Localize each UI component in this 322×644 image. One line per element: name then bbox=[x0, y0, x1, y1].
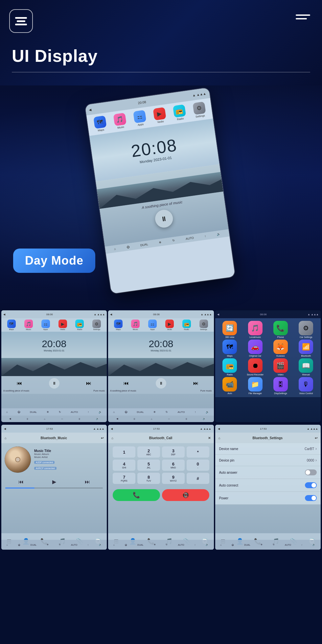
bt3-bb-snow[interactable]: ❄ bbox=[261, 543, 263, 546]
bt2-bb-snow[interactable]: ❄ bbox=[154, 543, 156, 546]
pb-loop[interactable]: ↻ bbox=[172, 239, 175, 242]
bt1-bb-up[interactable]: ↑ bbox=[87, 544, 89, 546]
bt2-bb-vol[interactable]: 🔊 bbox=[206, 543, 209, 546]
bt2-hangup-btn[interactable]: 📵 bbox=[162, 489, 209, 501]
sc3-back[interactable]: ◀ bbox=[217, 313, 219, 316]
bt3-bb-power[interactable]: ⏻ bbox=[232, 544, 234, 546]
key-star[interactable]: * bbox=[187, 446, 209, 458]
key-7[interactable]: 7PQRS bbox=[113, 473, 135, 484]
hamburger-menu[interactable] bbox=[296, 14, 310, 19]
nav-app-maps[interactable]: 🗺 Maps bbox=[93, 115, 107, 132]
sc3-maps[interactable]: 🗺 Maps bbox=[218, 340, 242, 357]
sc1-app-vedio[interactable]: ▶ Vedio bbox=[55, 320, 71, 330]
bt1-bb-home[interactable]: ⌂ bbox=[6, 544, 8, 546]
key-9[interactable]: 9WXYZ bbox=[162, 473, 185, 484]
sc1-up-tab[interactable]: ↑ bbox=[88, 411, 89, 414]
sc3-file-manager[interactable]: 📁 File Manager bbox=[243, 377, 267, 394]
sc3-original-car[interactable]: 🚗 Original Car bbox=[243, 340, 267, 357]
key-4[interactable]: 4GHI bbox=[113, 460, 135, 471]
bt3-bb-up[interactable]: ↑ bbox=[301, 544, 303, 546]
bt1-back[interactable]: ◀ bbox=[4, 427, 6, 430]
sc1-vol-tab[interactable]: 🔊 bbox=[99, 411, 102, 414]
bt1-bb-loop[interactable]: ↻ bbox=[59, 543, 61, 546]
sc1-snow-tab[interactable]: ❄ bbox=[47, 411, 49, 414]
sc1-app-apps[interactable]: ⚏ Apps bbox=[37, 320, 54, 330]
sc2-back[interactable]: ◀ bbox=[110, 313, 112, 316]
sc3-car-settings[interactable]: ⚙ Car Settings bbox=[294, 321, 318, 338]
bt3-back[interactable]: ◀ bbox=[218, 427, 220, 430]
bt2-close-btn[interactable]: ✕ bbox=[208, 436, 211, 440]
sc3-360view[interactable]: 🔄 360 view bbox=[218, 321, 242, 338]
bt2-answer-btn[interactable]: 📞 bbox=[113, 489, 160, 501]
sc2-prev[interactable]: ⏮ bbox=[124, 380, 129, 386]
sc3-bluetooth[interactable]: 📶 Bluetooth bbox=[294, 340, 318, 357]
sc1-play-btn[interactable]: ⏸ bbox=[49, 378, 59, 389]
sc2-home-tab[interactable]: ⌂ bbox=[113, 411, 115, 414]
sc1-app-music[interactable]: 🎵 Music bbox=[20, 320, 37, 330]
sc2-loop-tab[interactable]: ↻ bbox=[166, 411, 168, 414]
bt3-bb-loop[interactable]: ↻ bbox=[273, 543, 275, 546]
sc1-back[interactable]: ◀ bbox=[3, 313, 5, 316]
hero-play-button[interactable]: ⏸ bbox=[154, 209, 174, 229]
sc2-next[interactable]: ⏭ bbox=[193, 380, 198, 386]
bt1-bb-snow[interactable]: ❄ bbox=[47, 543, 49, 546]
sc1-app-maps[interactable]: 🗺 Maps bbox=[3, 320, 20, 330]
bt1-bb-power[interactable]: ⏻ bbox=[18, 544, 20, 546]
sc2-app-apps[interactable]: ⚏ Apps bbox=[144, 320, 161, 330]
nav-app-radio[interactable]: 📻 Radio bbox=[172, 104, 186, 121]
sc3-disp-settings[interactable]: 🎛 DispSettings bbox=[268, 377, 292, 394]
bt2-bb-home[interactable]: ⌂ bbox=[113, 544, 115, 546]
sc3-video[interactable]: 🎬 Video bbox=[268, 358, 292, 376]
pb-snow[interactable]: ❄ bbox=[159, 241, 162, 244]
key-8[interactable]: 8TUV bbox=[137, 473, 160, 484]
sc1-power-tab[interactable]: ⏻ bbox=[17, 411, 20, 414]
bt3-bb-home[interactable]: ⌂ bbox=[220, 544, 221, 546]
sc1-next[interactable]: ⏭ bbox=[86, 380, 91, 386]
sc3-kuwooo[interactable]: 🦊 Kuwooo bbox=[268, 340, 292, 357]
pb-up[interactable]: ↑ bbox=[204, 234, 206, 238]
sc3-localmusic[interactable]: 🎵 Localmusic bbox=[243, 321, 267, 338]
bt1-home-btn[interactable]: ⌂ bbox=[5, 436, 7, 440]
sc2-power-tab[interactable]: ⏻ bbox=[125, 411, 127, 414]
sc1-app-radio[interactable]: 📻 Radio bbox=[72, 320, 88, 330]
nav-app-vedio[interactable]: ▶ Vedio bbox=[153, 107, 167, 124]
bt3-auto-answer-toggle[interactable] bbox=[305, 469, 317, 475]
bt3-home-btn[interactable]: ⌂ bbox=[218, 436, 220, 440]
key-2[interactable]: 2ABC bbox=[137, 446, 160, 458]
pb-vol[interactable]: 🔊 bbox=[217, 232, 220, 236]
bt3-auto-connect-toggle[interactable] bbox=[305, 482, 317, 488]
bt1-close-btn[interactable]: ↩ bbox=[101, 436, 104, 440]
key-hash[interactable]: # bbox=[187, 473, 209, 484]
nav-app-music[interactable]: 🎵 Music bbox=[113, 113, 127, 130]
bt3-power-toggle[interactable] bbox=[305, 495, 317, 501]
bt1-next-btn[interactable]: ⏭ bbox=[85, 479, 90, 485]
sc1-loop-tab[interactable]: ↻ bbox=[59, 411, 61, 414]
sc2-play-btn[interactable]: ⏸ bbox=[156, 378, 166, 389]
sc2-app-maps[interactable]: 🗺 Maps bbox=[110, 320, 126, 330]
nav-app-apps[interactable]: ⚏ Apps bbox=[133, 110, 147, 127]
bt2-bb-up[interactable]: ↑ bbox=[195, 544, 196, 546]
sc3-manual[interactable]: 📖 Manual bbox=[294, 358, 318, 376]
sc2-app-music[interactable]: 🎵 Music bbox=[127, 320, 144, 330]
sc3-sound-recorder[interactable]: ⏺ Sound Recorder bbox=[243, 358, 267, 376]
sc1-prev[interactable]: ⏮ bbox=[17, 380, 22, 386]
sc1-home-tab[interactable]: ⌂ bbox=[6, 411, 8, 414]
key-1[interactable]: 1 bbox=[113, 446, 135, 458]
bt1-prev-btn[interactable]: ⏮ bbox=[18, 479, 24, 485]
bt3-device-pin-row[interactable]: Device pin 0000 › bbox=[215, 455, 321, 466]
bt3-device-name-row[interactable]: Device name CarBT › bbox=[215, 443, 321, 455]
pb-power[interactable]: ⏻ bbox=[126, 245, 130, 249]
bt1-bb-vol[interactable]: 🔊 bbox=[99, 543, 102, 546]
bt3-bb-vol[interactable]: 🔊 bbox=[312, 543, 315, 546]
sc2-app-settings[interactable]: ⚙ Settings bbox=[196, 320, 212, 330]
sc3-voice-control[interactable]: 🎙 Voice Control bbox=[294, 377, 318, 394]
sc3-radio[interactable]: 📻 Radio bbox=[218, 358, 242, 376]
pb-home[interactable]: ⌂ bbox=[114, 247, 116, 251]
bt2-back[interactable]: ◀ bbox=[111, 427, 113, 430]
bt1-play-btn[interactable]: ▶ bbox=[52, 479, 56, 485]
key-6[interactable]: 6MNO bbox=[162, 460, 185, 471]
key-3[interactable]: 3DEF bbox=[162, 446, 185, 458]
key-0dash[interactable]: 0- bbox=[187, 460, 209, 471]
bt2-bb-power[interactable]: ⏻ bbox=[125, 544, 127, 546]
key-5[interactable]: 5JKL bbox=[137, 460, 160, 471]
